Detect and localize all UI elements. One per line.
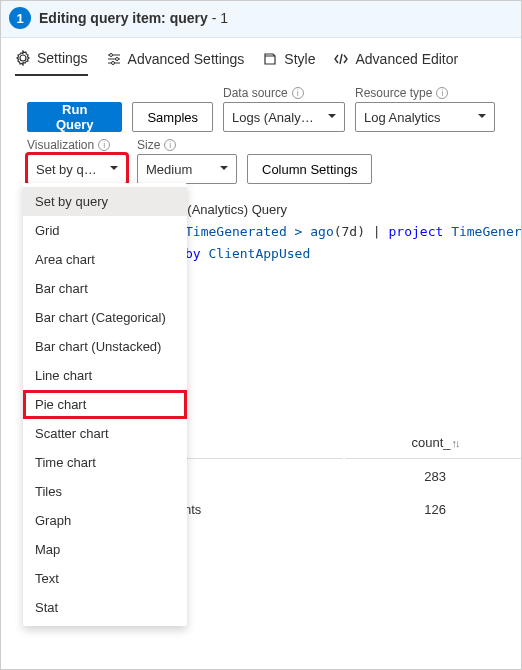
code-frag: ClientAppUsed (201, 246, 311, 261)
resource-type-label-text: Resource type (355, 86, 432, 100)
panel-header: 1 Editing query item: query - 1 (1, 1, 521, 38)
visualization-label: Visualization i (27, 138, 127, 152)
info-icon[interactable]: i (164, 139, 176, 151)
svg-point-2 (111, 62, 114, 65)
chevron-down-icon (220, 162, 228, 177)
results-heading-text: gs (Analytics) Query (170, 202, 287, 217)
visualization-option[interactable]: Bar chart (23, 274, 187, 303)
title-prefix: Editing query item: (39, 10, 170, 26)
tab-advanced-settings[interactable]: Advanced Settings (106, 50, 245, 76)
col2-header-text: count_ (412, 435, 451, 450)
code-frag: project (389, 224, 444, 239)
code-frag: TimeGener (443, 224, 521, 239)
tab-advanced-editor-label: Advanced Editor (355, 51, 458, 67)
title-name: query (170, 10, 208, 26)
visualization-label-text: Visualization (27, 138, 94, 152)
data-source-value: Logs (Analy… (232, 110, 314, 125)
svg-point-0 (109, 54, 112, 57)
samples-button[interactable]: Samples (132, 102, 213, 132)
visualization-option[interactable]: Graph (23, 506, 187, 535)
visualization-dropdown: Set by queryGridArea chartBar chartBar c… (23, 183, 187, 626)
visualization-select[interactable]: Set by q… (27, 154, 127, 184)
visualization-option[interactable]: Grid (23, 216, 187, 245)
visualization-option[interactable]: Pie chart (23, 390, 187, 419)
resource-type-label: Resource type i (355, 86, 495, 100)
code-frag: TimeGenerated > (185, 224, 310, 239)
code-icon (333, 51, 349, 67)
tab-advanced-settings-label: Advanced Settings (128, 51, 245, 67)
gear-icon (15, 50, 31, 66)
resource-type-select[interactable]: Log Analytics (355, 102, 495, 132)
info-icon[interactable]: i (292, 87, 304, 99)
step-badge: 1 (9, 7, 31, 29)
info-icon[interactable]: i (98, 139, 110, 151)
svg-point-1 (115, 58, 118, 61)
col2-header[interactable]: count_ (345, 427, 522, 459)
visualization-option[interactable]: Map (23, 535, 187, 564)
chevron-down-icon (478, 110, 486, 125)
size-label-text: Size (137, 138, 160, 152)
cell: 283 (345, 461, 522, 492)
size-select[interactable]: Medium (137, 154, 237, 184)
visualization-option[interactable]: Set by query (23, 187, 187, 216)
resource-type-value: Log Analytics (364, 110, 441, 125)
tab-settings[interactable]: Settings (15, 50, 88, 76)
tab-advanced-editor[interactable]: Advanced Editor (333, 50, 458, 76)
size-value: Medium (146, 162, 192, 177)
visualization-option[interactable]: Area chart (23, 245, 187, 274)
cell: 126 (345, 494, 522, 525)
visualization-option[interactable]: Text (23, 564, 187, 593)
visualization-option[interactable]: Stat (23, 593, 187, 622)
style-icon (262, 51, 278, 67)
code-frag: ago (310, 224, 333, 239)
visualization-option[interactable]: Bar chart (Categorical) (23, 303, 187, 332)
visualization-value: Set by q… (36, 162, 97, 177)
code-frag: (7d) | (334, 224, 389, 239)
data-source-label-text: Data source (223, 86, 288, 100)
size-label: Size i (137, 138, 237, 152)
title-suffix: - 1 (208, 10, 228, 26)
chevron-down-icon (110, 162, 118, 177)
tab-settings-label: Settings (37, 50, 88, 66)
visualization-option[interactable]: Time chart (23, 448, 187, 477)
data-source-label: Data source i (223, 86, 345, 100)
chevron-down-icon (328, 110, 336, 125)
run-query-button[interactable]: Run Query (27, 102, 122, 132)
data-source-select[interactable]: Logs (Analy… (223, 102, 345, 132)
tab-bar: Settings Advanced Settings Style Advance… (1, 38, 521, 76)
info-icon[interactable]: i (436, 87, 448, 99)
visualization-option[interactable]: Tiles (23, 477, 187, 506)
page-title: Editing query item: query - 1 (39, 10, 228, 26)
tab-style-label: Style (284, 51, 315, 67)
column-settings-button[interactable]: Column Settings (247, 154, 372, 184)
controls-area: Run Query Samples Data source i Logs (An… (1, 76, 521, 194)
visualization-option[interactable]: Scatter chart (23, 419, 187, 448)
sliders-icon (106, 51, 122, 67)
visualization-option[interactable]: Bar chart (Unstacked) (23, 332, 187, 361)
tab-style[interactable]: Style (262, 50, 315, 76)
visualization-option[interactable]: Line chart (23, 361, 187, 390)
code-frag: by (185, 246, 201, 261)
